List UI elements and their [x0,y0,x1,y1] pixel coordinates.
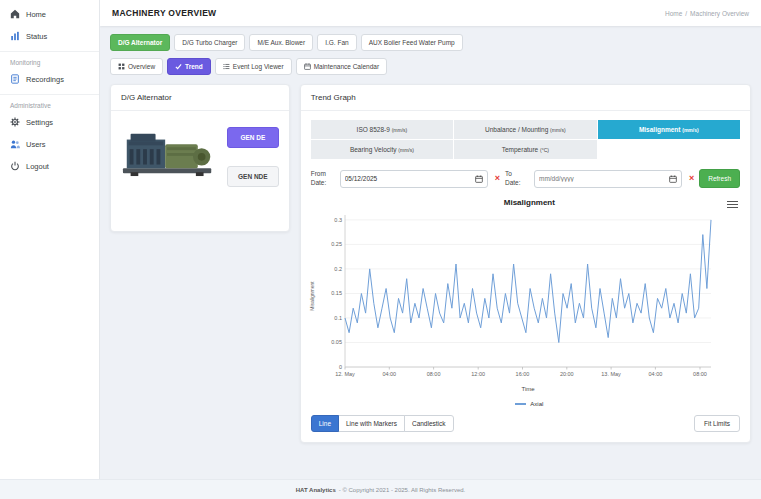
param-tab-unbalance-mounting[interactable]: Unbalance / Mounting (mm/s) [454,120,596,139]
legend-label: Axial [530,401,543,407]
sidebar-section-administrative: Administrative [0,94,99,111]
tab-trend[interactable]: Trend [167,58,211,75]
svg-text:16:00: 16:00 [515,371,529,377]
fit-limits-button[interactable]: Fit Limits [694,415,740,432]
chart-title: Misalignment [319,198,740,207]
svg-text:0.05: 0.05 [331,339,342,345]
sidebar-item-home[interactable]: Home [0,3,99,25]
machine-card-body: GEN DE GEN NDE [111,111,289,231]
svg-text:0.15: 0.15 [331,290,342,296]
footer-text: - © Copyright 2021 - 2025. All Rights Re… [339,487,465,493]
to-date-clear-icon[interactable]: × [689,174,694,183]
machine-tab-dg-turbo-charger[interactable]: D/G Turbo Charger [174,34,245,51]
users-icon [10,139,20,149]
gen-de-button[interactable]: GEN DE [227,127,279,148]
from-date-clear-icon[interactable]: × [495,174,500,183]
parameter-tabs: ISO 8528-9 (mm/s) Unbalance / Mounting (… [311,120,740,159]
gear-icon [10,117,20,127]
generator-image [121,127,217,179]
breadcrumb-home-link[interactable]: Home [665,10,682,17]
candlestick-button[interactable]: Candlestick [404,415,454,432]
tab-maintenance-calendar[interactable]: Maintenance Calendar [296,58,387,75]
app-shell: Home Status Monitoring Recordings Admini… [0,0,761,479]
calendar-icon[interactable] [669,175,677,183]
sidebar-item-settings[interactable]: Settings [0,111,99,133]
calendar-icon[interactable] [475,175,483,183]
page-title: MACHINERY OVERVIEW [112,8,216,18]
tab-overview[interactable]: Overview [110,58,163,75]
param-tab-spacer [598,140,740,159]
line-with-markers-button[interactable]: Line with Markers [338,415,405,432]
from-date-input[interactable] [345,175,472,182]
trend-card-title: Trend Graph [301,85,750,111]
breadcrumb: Home / Machinery Overview [665,10,749,17]
tab-label: Event Log Viewer [233,63,284,70]
sidebar-section-monitoring: Monitoring [0,51,99,68]
machine-card: D/G Alternator [110,84,290,232]
sidebar-item-label: Status [26,32,47,41]
svg-text:0.1: 0.1 [334,315,342,321]
calendar-icon [304,63,311,70]
machine-tab-dg-alternator[interactable]: D/G Alternator [110,34,170,51]
topbar: MACHINERY OVERVIEW Home / Machinery Over… [100,0,761,26]
chart-y-axis-label: Misalignment [308,281,314,310]
cards-row: D/G Alternator [110,84,751,443]
refresh-button[interactable]: Refresh [699,169,740,188]
tab-label: Trend [185,63,203,70]
sidebar-item-label: Logout [26,162,49,171]
param-tab-misalignment[interactable]: Misalignment (mm/s) [598,120,740,139]
svg-text:12. May: 12. May [335,371,355,377]
svg-text:04:00: 04:00 [648,371,662,377]
trend-graph-card: Trend Graph ISO 8528-9 (mm/s) Unbalance … [300,84,751,443]
footer-brand: HAT Analytics [296,487,336,493]
tab-label: Maintenance Calendar [314,63,379,70]
sidebar-item-label: Users [26,140,46,149]
sidebar-item-users[interactable]: Users [0,133,99,155]
chart-legend[interactable]: Axial [319,401,740,407]
svg-text:04:00: 04:00 [382,371,396,377]
tab-label: Overview [128,63,155,70]
machine-card-title: D/G Alternator [111,85,289,111]
svg-text:20:00: 20:00 [560,371,574,377]
chart-type-button-group: Line Line with Markers Candlestick [311,415,454,432]
from-date-label: From Date: [311,170,335,186]
sidebar-item-status[interactable]: Status [0,25,99,47]
date-filter-row: From Date: × To Date: × [311,169,740,188]
trend-line-chart: 00.050.10.150.20.250.312. May04:0008:001… [319,207,717,395]
machine-tab-me-aux-blower[interactable]: M/E Aux. Blower [249,34,313,51]
home-icon [10,9,20,19]
content: D/G Alternator D/G Turbo Charger M/E Aux… [100,26,761,479]
svg-text:08:00: 08:00 [426,371,440,377]
svg-text:13. May: 13. May [601,371,621,377]
sidebar: Home Status Monitoring Recordings Admini… [0,0,100,479]
chart-area: Misalignment Misalignment 00.050.10.150.… [311,198,740,407]
sidebar-item-recordings[interactable]: Recordings [0,68,99,90]
machine-tabs: D/G Alternator D/G Turbo Charger M/E Aux… [110,34,751,51]
breadcrumb-current: Machinery Overview [690,10,749,17]
machine-tab-ig-fan[interactable]: I.G. Fan [317,34,356,51]
param-tab-iso-8528-9[interactable]: ISO 8528-9 (mm/s) [311,120,453,139]
line-button[interactable]: Line [311,415,339,432]
svg-text:Time: Time [521,386,535,392]
document-icon [10,74,20,84]
svg-text:0.25: 0.25 [331,241,342,247]
sidebar-item-logout[interactable]: Logout [0,155,99,177]
check-icon [175,63,182,70]
svg-text:0.3: 0.3 [334,217,342,223]
grid-icon [118,63,125,70]
gen-nde-button[interactable]: GEN NDE [227,166,279,187]
view-tabs: Overview Trend Event Log Viewer Maintena… [110,58,751,75]
svg-text:08:00: 08:00 [693,371,707,377]
footer: HAT Analytics - © Copyright 2021 - 2025.… [0,479,761,499]
param-tab-temperature[interactable]: Temperature (°C) [454,140,596,159]
machine-tab-aux-boiler-feed-water-pump[interactable]: AUX Boiler Feed Water Pump [361,34,463,51]
to-date-field [534,170,682,188]
power-icon [10,161,20,171]
to-date-input[interactable] [539,175,666,182]
sidebar-item-label: Recordings [26,75,64,84]
chart-menu-icon[interactable] [727,199,738,210]
machine-buttons: GEN DE GEN NDE [227,127,279,187]
param-tab-bearing-velocity[interactable]: Bearing Velocity (mm/s) [311,140,453,159]
legend-line [515,403,526,405]
tab-event-log-viewer[interactable]: Event Log Viewer [215,58,292,75]
